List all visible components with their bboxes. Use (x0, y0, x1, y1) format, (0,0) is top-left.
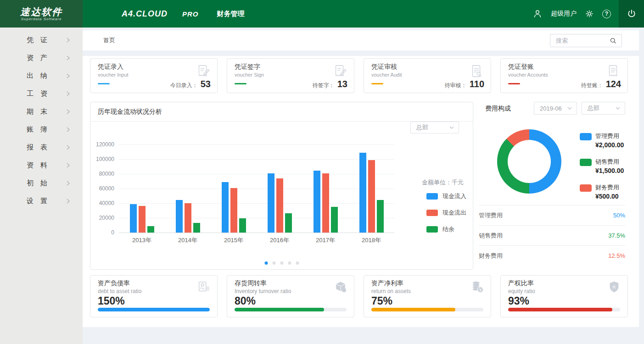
progress-fill (98, 308, 210, 311)
sidebar-item-period-end[interactable]: 期 末 (0, 103, 83, 121)
bar-现金流入 (222, 182, 229, 233)
sidebar-item-cashier[interactable]: 出 纳 (0, 67, 83, 85)
card-title: 凭证录入 (98, 63, 123, 71)
metric-label: 待审核： (445, 82, 467, 89)
branch-select-expense[interactable]: 总部 (582, 102, 625, 115)
sidebar-item-label: 报 表 (27, 143, 47, 152)
card-title: 凭证登账 (508, 63, 534, 71)
chevron-down-icon (449, 126, 454, 129)
accent-dash (235, 83, 246, 84)
certificate-icon (197, 280, 211, 296)
bar-现金流出 (368, 160, 375, 233)
legend-swatch (580, 184, 592, 192)
bar-结余 (285, 213, 292, 233)
search-icon[interactable] (609, 37, 617, 44)
x-tick-label: 2015年 (211, 236, 257, 244)
unit-note: 金额单位：千元 (422, 178, 464, 187)
bar-group-2013年 (119, 204, 165, 233)
legend-item: 管理费用 ¥2,000.00 (580, 132, 624, 149)
card-voucher-audit[interactable]: 凭证审核 voucher Audit 待审核： 110 (364, 58, 491, 93)
card-voucher-input[interactable]: 凭证录入 voucher Input 今日录入： 53 (90, 58, 218, 93)
shield-icon: R (607, 280, 621, 296)
expense-legend: 管理费用 ¥2,000.00 销售费用 ¥1,500.00 财务费用 ¥500.… (580, 132, 624, 209)
carousel-dot-3[interactable] (280, 261, 283, 265)
progress-track (371, 308, 483, 311)
x-tick-label: 2017年 (302, 236, 348, 244)
help-icon[interactable]: ? (602, 10, 611, 18)
chevron-right-icon (67, 91, 70, 96)
expense-percent: 12.5% (608, 252, 625, 259)
chevron-right-icon (67, 145, 70, 150)
card-metric: 待登账： 124 (581, 79, 621, 89)
chevron-down-icon (567, 107, 572, 110)
metric-value: 13 (337, 79, 347, 89)
product-edition: PRO (182, 10, 199, 18)
breadcrumb-home[interactable]: 首页 (103, 30, 115, 50)
legend-item: 现金流入 (426, 192, 466, 200)
user-icon[interactable] (532, 9, 543, 19)
carousel-pagination (264, 261, 299, 265)
carousel-dot-1[interactable] (264, 261, 268, 265)
sidebar-item-settings[interactable]: 设 置 (0, 192, 83, 210)
carousel-dot-5[interactable] (296, 261, 299, 265)
carousel-dot-4[interactable] (288, 261, 291, 265)
progress-track (235, 308, 347, 311)
accent-dash (371, 83, 383, 84)
sidebar-item-voucher[interactable]: 凭 证 (0, 31, 83, 49)
card-voucher-posting[interactable]: 凭证登账 voucher Accounts 待登账： 124 (500, 58, 628, 93)
search-input[interactable] (550, 37, 609, 44)
metric-label: 待签字： (313, 82, 335, 89)
y-tick-label: 100000 (92, 156, 114, 162)
brand-bar: A4.CLOUD PRO 财务管理 (122, 0, 245, 28)
svg-text:¥: ¥ (479, 288, 482, 292)
carousel-dot-2[interactable] (272, 261, 275, 265)
legend-label: 现金流入 (442, 192, 466, 200)
legend-item: 现金流出 (426, 209, 466, 217)
card-debt-to-asset-ratio: 资产负债率 debt to asset ratio 150% (90, 275, 218, 317)
current-user-name[interactable]: 超级用户 (551, 10, 577, 18)
y-tick-label: 0 (92, 229, 114, 236)
chevron-down-icon (616, 107, 620, 110)
expense-panel-title: 费用构成 (485, 105, 511, 113)
card-metric: 待签字： 13 (313, 79, 347, 89)
chevron-right-icon (67, 55, 70, 61)
ratio-value: 150% (98, 295, 125, 307)
legend-item: 结余 (426, 225, 466, 233)
sidebar-item-ledgers[interactable]: 账 簿 (0, 121, 83, 139)
sidebar-item-label: 设 置 (27, 197, 47, 205)
sidebar-item-label: 账 簿 (27, 125, 47, 134)
sidebar-item-initial[interactable]: 初 始 (0, 174, 83, 192)
accent-dash (508, 83, 520, 84)
sidebar-item-payroll[interactable]: 工 资 (0, 85, 83, 103)
chevron-right-icon (67, 163, 70, 168)
logo-title: 速达软件 (20, 7, 62, 17)
branch-select[interactable]: 总部 (410, 122, 459, 133)
progress-track (508, 308, 620, 311)
sidebar-item-base-data[interactable]: 资 料 (0, 156, 83, 174)
legend-swatch (426, 210, 438, 216)
sidebar-item-label: 期 末 (27, 107, 47, 116)
sidebar-item-assets[interactable]: 资 产 (0, 49, 83, 67)
progress-fill (508, 308, 612, 311)
bar-现金流入 (176, 200, 183, 233)
bar-结余 (377, 200, 384, 233)
sidebar-item-reports[interactable]: 报 表 (0, 139, 83, 156)
month-select[interactable]: 2019-06 (534, 102, 577, 115)
cash-flow-panel: 历年现金流动状况分析 总部 02000040000600008000010000… (90, 102, 473, 270)
doc-pencil-icon (195, 63, 211, 81)
card-subtitle: voucher Input (98, 72, 129, 78)
legend-amount: ¥500.00 (595, 193, 619, 200)
x-tick-label: 2014年 (165, 236, 211, 244)
coins-icon: ¥ (470, 280, 484, 296)
logout-power-button[interactable] (619, 0, 644, 28)
card-voucher-sign[interactable]: 凭证签字 voucher Sign 待签字： 13 (227, 58, 354, 93)
dashboard-panel: 凭证录入 voucher Input 今日录入： 53 凭证签字 voucher… (83, 56, 639, 327)
cash-flow-title: 历年现金流动状况分析 (90, 102, 473, 122)
expense-name: 管理费用 (479, 211, 503, 220)
doc-pencil-icon (332, 63, 347, 81)
settings-gear-icon[interactable] (585, 9, 594, 18)
bar-结余 (193, 223, 200, 233)
sidebar-nav: 凭 证 资 产 出 纳 工 资 期 末 账 簿 报 表 资 料 初 始 设 置 (0, 28, 83, 344)
metric-value: 110 (470, 79, 484, 89)
app-logo: 速达软件 Superdata Software (0, 0, 83, 28)
